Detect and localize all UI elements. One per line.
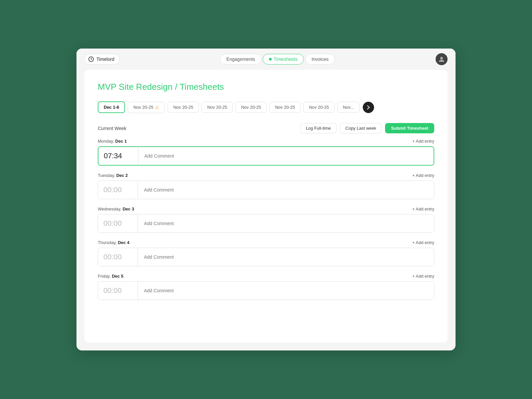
time-entry-friday <box>98 281 434 300</box>
week-next-button[interactable] <box>363 102 374 113</box>
nav-tabs: Engagements Timesheets Invoices <box>220 54 335 65</box>
week-tab-3-label: Nov 20-25 <box>207 105 227 110</box>
week-tab-1[interactable]: Nov 20-25 ⚠ <box>128 102 165 113</box>
day-label-tuesday: Tuesday, Dec 2 <box>98 173 128 178</box>
day-label-friday: Friday, Dec 5 <box>98 274 123 279</box>
tab-invoices-label: Invoices <box>312 57 329 62</box>
week-tab-5-label: Nov 20-25 <box>275 105 295 110</box>
comment-input-friday[interactable] <box>138 282 434 300</box>
log-fulltime-button[interactable]: Log Full-time <box>300 123 336 133</box>
user-icon <box>438 56 445 63</box>
week-tab-6[interactable]: Nov 20-25 <box>303 102 334 113</box>
clock-icon <box>88 56 94 62</box>
week-tab-6-label: Nov 20-25 <box>309 105 329 110</box>
week-tab-2-label: Nov 20-25 <box>173 105 193 110</box>
add-entry-thursday[interactable]: + Add entry <box>412 240 434 245</box>
logo-button[interactable]: Timelord <box>84 54 119 65</box>
week-tabs: Dec 1-6 Nov 20-25 ⚠ Nov 20-25 Nov 20-25 … <box>98 101 434 113</box>
day-section-monday: Monday, Dec 1 + Add entry <box>98 139 434 166</box>
time-entry-wednesday <box>98 214 434 233</box>
comment-input-thursday[interactable] <box>138 248 434 266</box>
week-tab-3[interactable]: Nov 20-25 <box>201 102 233 113</box>
project-name: MVP Site Redesign <box>98 82 173 92</box>
section-actions: Log Full-time Copy Last week Submit Time… <box>300 123 434 133</box>
week-tab-current-label: Dec 1-6 <box>104 105 119 110</box>
title-separator: / <box>173 82 180 92</box>
comment-input-wednesday[interactable] <box>138 214 434 232</box>
week-tab-1-label: Nov 20-25 <box>133 105 153 110</box>
tab-engagements[interactable]: Engagements <box>220 54 261 65</box>
logo-label: Timelord <box>96 57 114 62</box>
time-entry-tuesday <box>98 181 434 199</box>
day-date-thursday: Dec 4 <box>118 240 129 245</box>
tab-timesheets[interactable]: Timesheets <box>263 54 304 65</box>
add-entry-friday[interactable]: + Add entry <box>412 274 434 279</box>
main-content: MVP Site Redesign / Timesheets Dec 1-6 N… <box>84 70 448 342</box>
time-input-monday[interactable] <box>98 147 138 165</box>
day-label-monday: Monday, Dec 1 <box>98 139 127 144</box>
add-entry-wednesday[interactable]: + Add entry <box>412 206 434 211</box>
time-input-tuesday[interactable] <box>98 181 138 199</box>
day-section-friday: Friday, Dec 5 + Add entry <box>98 274 434 300</box>
day-date-monday: Dec 1 <box>115 139 127 144</box>
warning-icon: ⚠ <box>155 105 159 110</box>
time-input-friday[interactable] <box>98 282 138 300</box>
day-section-tuesday: Tuesday, Dec 2 + Add entry <box>98 173 434 199</box>
current-week-header: Current Week Log Full-time Copy Last wee… <box>98 123 434 133</box>
time-input-thursday[interactable] <box>98 248 138 266</box>
tab-invoices[interactable]: Invoices <box>305 54 335 65</box>
svg-point-3 <box>440 57 443 60</box>
page-title: MVP Site Redesign / Timesheets <box>98 82 434 92</box>
week-tab-2[interactable]: Nov 20-25 <box>168 102 199 113</box>
submit-timesheet-button[interactable]: Submit Timesheet <box>385 123 434 133</box>
top-bar: Timelord Engagements Timesheets Invoices <box>76 49 456 70</box>
tab-active-dot <box>269 58 272 61</box>
add-entry-tuesday[interactable]: + Add entry <box>412 173 434 178</box>
tab-engagements-label: Engagements <box>226 57 255 62</box>
day-label-wednesday: Wednesday, Dec 3 <box>98 206 134 211</box>
day-date-wednesday: Dec 3 <box>123 206 134 211</box>
day-section-thursday: Thursday, Dec 4 + Add entry <box>98 240 434 266</box>
day-header-tuesday: Tuesday, Dec 2 + Add entry <box>98 173 434 178</box>
day-date-friday: Dec 5 <box>112 274 123 279</box>
time-entry-thursday <box>98 248 434 266</box>
week-tab-4[interactable]: Nov 20-25 <box>235 102 267 113</box>
app-window: Timelord Engagements Timesheets Invoices <box>76 49 456 350</box>
time-input-wednesday[interactable] <box>98 214 138 232</box>
week-tab-5[interactable]: Nov 20-25 <box>269 102 301 113</box>
section-name: Timesheets <box>180 82 224 92</box>
week-tab-4-label: Nov 20-25 <box>241 105 261 110</box>
copy-last-week-button[interactable]: Copy Last week <box>340 123 382 133</box>
add-entry-monday[interactable]: + Add entry <box>412 139 434 144</box>
day-header-friday: Friday, Dec 5 + Add entry <box>98 274 434 279</box>
user-avatar[interactable] <box>436 53 448 65</box>
day-section-wednesday: Wednesday, Dec 3 + Add entry <box>98 206 434 233</box>
arrow-right-icon <box>366 105 371 110</box>
week-tab-7-label: Nov... <box>343 105 354 110</box>
day-header-wednesday: Wednesday, Dec 3 + Add entry <box>98 206 434 211</box>
day-header-monday: Monday, Dec 1 + Add entry <box>98 139 434 144</box>
day-date-tuesday: Dec 2 <box>116 173 128 178</box>
comment-input-tuesday[interactable] <box>138 181 434 199</box>
current-week-label: Current Week <box>98 126 126 131</box>
week-tab-7[interactable]: Nov... <box>337 102 359 113</box>
day-label-thursday: Thursday, Dec 4 <box>98 240 129 245</box>
day-header-thursday: Thursday, Dec 4 + Add entry <box>98 240 434 245</box>
comment-input-monday[interactable] <box>138 147 434 165</box>
tab-timesheets-label: Timesheets <box>274 57 298 62</box>
svg-line-2 <box>91 59 92 60</box>
week-tab-current[interactable]: Dec 1-6 <box>98 101 125 113</box>
time-entry-monday <box>98 146 434 166</box>
